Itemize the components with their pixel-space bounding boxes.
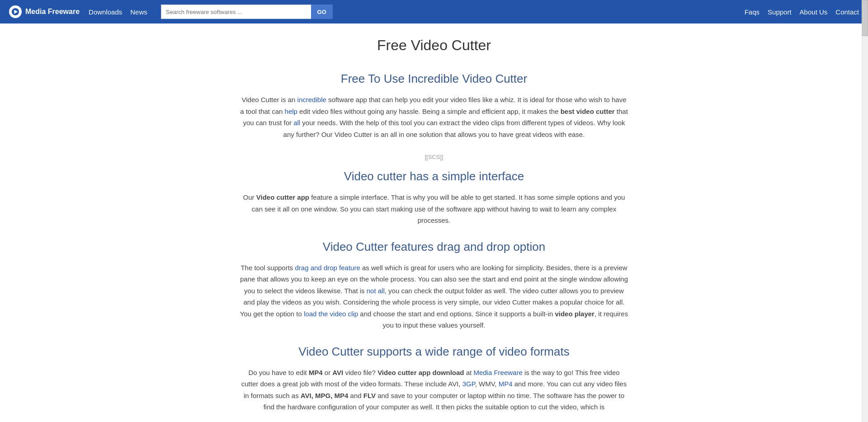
section4-body: Do you have to edit MP4 or AVI video fil… xyxy=(240,367,628,413)
scs-placeholder: [[SCS]] xyxy=(240,154,628,160)
link-media-freeware[interactable]: Media Freeware xyxy=(473,369,522,376)
section2-heading: Video cutter has a simple interface xyxy=(240,169,628,183)
link-help[interactable]: help xyxy=(285,108,297,115)
search-area: GO xyxy=(161,5,333,19)
nav-right: Faqs Support About Us Contact xyxy=(745,8,859,16)
link-3gp[interactable]: 3GP xyxy=(462,380,475,388)
section3-body: The tool supports drag and drop feature … xyxy=(240,262,628,331)
logo-text: Media Freeware xyxy=(25,8,80,16)
scrollbar-thumb[interactable] xyxy=(862,0,868,36)
section-drag-drop: Video Cutter features drag and drop opti… xyxy=(240,240,628,331)
section4-heading: Video Cutter supports a wide range of vi… xyxy=(240,345,628,359)
nav-support[interactable]: Support xyxy=(768,8,792,16)
header: Media Freeware Downloads News GO Faqs Su… xyxy=(0,0,868,23)
link-incredible[interactable]: incredible xyxy=(297,96,326,103)
section1-body: Video Cutter is an incredible software a… xyxy=(240,94,628,140)
link-mp4[interactable]: MP4 xyxy=(499,380,513,388)
page-title: Free Video Cutter xyxy=(240,37,628,54)
main-content: Free Video Cutter Free To Use Incredible… xyxy=(231,23,637,422)
section1-heading: Free To Use Incredible Video Cutter xyxy=(240,72,628,86)
section-simple-interface: Video cutter has a simple interface Our … xyxy=(240,169,628,226)
scrollbar-track[interactable] xyxy=(862,0,868,422)
section-video-formats: Video Cutter supports a wide range of vi… xyxy=(240,345,628,413)
link-all[interactable]: all xyxy=(293,119,300,127)
link-load[interactable]: load the video clip xyxy=(304,310,358,318)
link-not-all[interactable]: not all xyxy=(367,287,385,295)
section2-body: Our Video cutter app feature a simple in… xyxy=(240,192,628,226)
nav-contact[interactable]: Contact xyxy=(835,8,859,16)
logo-area[interactable]: Media Freeware xyxy=(9,5,80,18)
nav-faqs[interactable]: Faqs xyxy=(745,8,760,16)
nav-news[interactable]: News xyxy=(130,8,147,16)
nav-downloads[interactable]: Downloads xyxy=(89,8,122,16)
search-button[interactable]: GO xyxy=(311,5,333,19)
section3-heading: Video Cutter features drag and drop opti… xyxy=(240,240,628,254)
link-drag-drop[interactable]: drag and drop feature xyxy=(295,264,360,272)
search-input[interactable] xyxy=(161,5,311,19)
nav-left: Downloads News xyxy=(89,8,147,16)
section-incredible-cutter: Free To Use Incredible Video Cutter Vide… xyxy=(240,72,628,140)
logo-icon xyxy=(9,5,22,18)
nav-about-us[interactable]: About Us xyxy=(800,8,828,16)
